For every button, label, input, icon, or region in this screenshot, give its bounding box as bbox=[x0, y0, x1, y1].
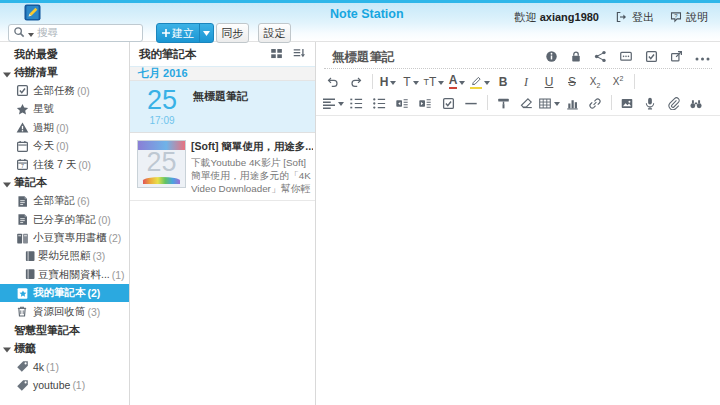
editor-note-title[interactable]: 無標題筆記 bbox=[332, 49, 395, 66]
grid-view-icon[interactable] bbox=[270, 47, 283, 62]
indent-icon bbox=[418, 97, 432, 110]
italic-icon: I bbox=[524, 76, 528, 89]
indent-button[interactable] bbox=[414, 93, 436, 112]
trash-icon bbox=[16, 305, 30, 318]
mic-button[interactable] bbox=[639, 93, 661, 112]
settings-button[interactable]: 設定 bbox=[258, 23, 291, 43]
bullet-list-button[interactable] bbox=[368, 93, 390, 112]
sidebar-item-shared-notes[interactable]: 已分享的筆記(0) bbox=[0, 211, 129, 229]
hr-icon bbox=[464, 97, 478, 110]
search-icon bbox=[13, 26, 25, 40]
heading-button[interactable]: H bbox=[377, 72, 399, 91]
bold-icon: B bbox=[499, 76, 508, 89]
calendar-icon bbox=[16, 140, 30, 153]
note-list-title: 我的筆記本 bbox=[139, 47, 197, 62]
italic-button[interactable]: I bbox=[515, 72, 537, 91]
align-button[interactable] bbox=[322, 93, 344, 112]
sidebar-item-today[interactable]: 今天(0) bbox=[0, 137, 129, 155]
create-button[interactable]: 建立 bbox=[156, 23, 214, 43]
superscript-button[interactable]: X2 bbox=[607, 72, 629, 91]
dropdown-caret-icon bbox=[438, 75, 444, 87]
fontcolor-button[interactable]: A bbox=[446, 72, 468, 91]
sidebar-item-notebooks[interactable]: 筆記本 bbox=[0, 174, 129, 192]
sidebar-item-shelf[interactable]: 小豆寶專用書櫃(2) bbox=[0, 229, 129, 247]
sidebar-item-tag-youtube[interactable]: youtube(1) bbox=[0, 376, 129, 394]
app-logo-icon[interactable] bbox=[24, 4, 41, 21]
strikethrough-button[interactable]: S bbox=[561, 72, 583, 91]
chart-icon bbox=[566, 97, 579, 110]
font-button[interactable]: T bbox=[400, 72, 422, 91]
find-button[interactable] bbox=[685, 93, 707, 112]
sidebar-item-next-7-days[interactable]: 7往後 7 天(0) bbox=[0, 155, 129, 173]
sidebar-item-favorites[interactable]: 我的最愛 bbox=[0, 45, 129, 63]
note-item-selected[interactable]: 25 17:09 無標題筆記 bbox=[130, 81, 315, 133]
note-thumbnail: 25 bbox=[137, 140, 186, 188]
more-icon[interactable] bbox=[695, 51, 710, 63]
sidebar-item-tag-4k[interactable]: 4k(1) bbox=[0, 358, 129, 376]
todo-checkbox-button[interactable] bbox=[437, 93, 459, 112]
sidebar-item-all-notes[interactable]: 全部筆記(6) bbox=[0, 192, 129, 210]
app-title: Note Station bbox=[330, 7, 404, 21]
sidebar-item-smart-notebook[interactable]: 智慧型筆記本 bbox=[0, 321, 129, 339]
create-dropdown-caret[interactable] bbox=[200, 24, 213, 42]
info-icon[interactable] bbox=[545, 50, 558, 65]
logout-button[interactable]: 登出 bbox=[615, 10, 654, 25]
eraser-button[interactable] bbox=[515, 93, 537, 112]
toolbar-divider bbox=[372, 74, 373, 89]
subscript-button[interactable]: X2 bbox=[584, 72, 606, 91]
highlight-button[interactable] bbox=[469, 72, 491, 91]
sync-button[interactable]: 同步 bbox=[216, 23, 249, 43]
redo-button[interactable] bbox=[345, 72, 367, 91]
search-scope-caret-icon[interactable] bbox=[28, 27, 34, 39]
chevron-down-icon[interactable] bbox=[3, 179, 11, 191]
font-icon: T bbox=[403, 76, 410, 89]
welcome-text: 歡迎 axiang1980 bbox=[515, 10, 599, 25]
share-icon[interactable] bbox=[594, 50, 607, 65]
note-group-header: 七月 2016 bbox=[130, 66, 315, 81]
fontsize-button[interactable]: TT bbox=[423, 72, 445, 91]
lock-icon[interactable] bbox=[570, 50, 582, 65]
sort-list-icon[interactable] bbox=[292, 47, 306, 62]
todo-icon[interactable] bbox=[645, 50, 658, 65]
undo-button[interactable] bbox=[322, 72, 344, 91]
note-title: [Soft] 簡單使用，用途多... bbox=[191, 140, 313, 154]
dropdown-caret-icon bbox=[413, 75, 419, 87]
attachment-button[interactable] bbox=[662, 93, 684, 112]
outdent-button[interactable] bbox=[391, 93, 413, 112]
sidebar-item-starred[interactable]: 星號 bbox=[0, 100, 129, 118]
sidebar-item-all-tasks[interactable]: 全部任務(0) bbox=[0, 82, 129, 100]
search-input[interactable]: 搜尋 bbox=[8, 24, 143, 42]
chart-button[interactable] bbox=[561, 93, 583, 112]
sidebar-item-baby-data[interactable]: 豆寶相關資料...(1) bbox=[0, 266, 129, 284]
dropdown-caret-icon bbox=[390, 75, 396, 87]
sidebar-item-baby-care[interactable]: 嬰幼兒照顧(3) bbox=[0, 247, 129, 265]
sidebar-item-recycle-bin[interactable]: 資源回收筒(3) bbox=[0, 302, 129, 320]
bullet-list-icon bbox=[372, 97, 386, 110]
underline-icon: U bbox=[545, 76, 554, 89]
sidebar-item-my-notebook[interactable]: 我的筆記本(2) bbox=[0, 284, 129, 302]
sidebar-item-overdue[interactable]: 過期(0) bbox=[0, 119, 129, 137]
editor-content-area[interactable] bbox=[316, 116, 720, 405]
note-item[interactable]: 25 [Soft] 簡單使用，用途多... 下載Youtube 4K影片 [So… bbox=[130, 133, 315, 201]
bold-button[interactable]: B bbox=[492, 72, 514, 91]
format-painter-icon bbox=[497, 97, 510, 110]
image-button[interactable] bbox=[616, 93, 638, 112]
notebook-star-icon bbox=[16, 287, 30, 300]
link-button[interactable] bbox=[584, 93, 606, 112]
help-button[interactable]: ?說明 bbox=[670, 10, 708, 25]
task-icon bbox=[16, 84, 30, 97]
note-list-panel: 我的筆記本 七月 2016 25 17:09 無標題筆記 25 [Soft] 簡… bbox=[130, 42, 316, 405]
dropdown-caret-icon bbox=[484, 75, 490, 87]
present-icon[interactable] bbox=[670, 50, 683, 65]
comment-icon[interactable] bbox=[619, 50, 633, 65]
table-button[interactable] bbox=[538, 93, 560, 112]
hr-button[interactable] bbox=[460, 93, 482, 112]
sidebar-item-todo-list[interactable]: 待辦清單 bbox=[0, 63, 129, 81]
underline-button[interactable]: U bbox=[538, 72, 560, 91]
ordered-list-button[interactable] bbox=[345, 93, 367, 112]
format-painter-button[interactable] bbox=[492, 93, 514, 112]
sidebar-item-tags[interactable]: 標籤 bbox=[0, 339, 129, 357]
notebook-icon bbox=[24, 268, 38, 281]
chevron-down-icon[interactable] bbox=[3, 69, 11, 81]
chevron-down-icon[interactable] bbox=[3, 344, 11, 356]
